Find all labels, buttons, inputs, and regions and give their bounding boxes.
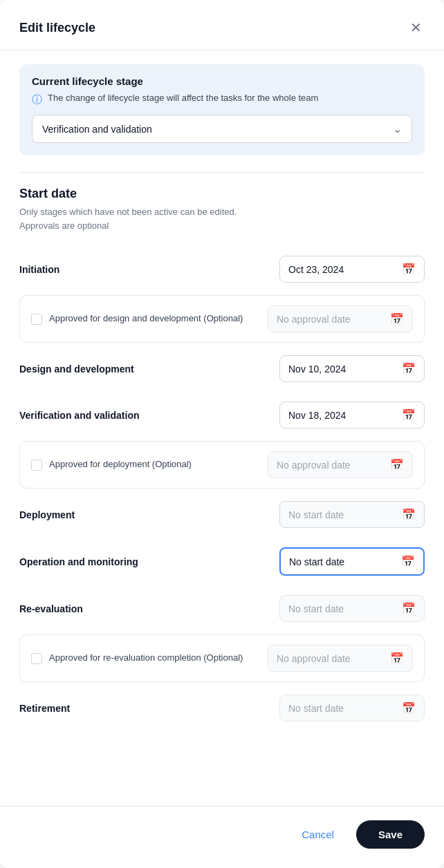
calendar-icon: 📅 (402, 362, 416, 375)
approval-row-reevaluation: Approved for re-evaluation completion (O… (19, 634, 425, 682)
stage-row-verification-validation: Verification and validation Nov 18, 2024… (19, 392, 425, 438)
calendar-icon: 📅 (390, 312, 404, 326)
approval-left-design: Approved for design and development (Opt… (31, 312, 257, 325)
date-input-deployment[interactable]: No start date 📅 (279, 501, 425, 528)
approval-left-deployment: Approved for deployment (Optional) (31, 458, 257, 471)
info-text: The change of lifecycle stage will affec… (48, 93, 318, 103)
modal-body: Current lifecycle stage ⓘ The change of … (0, 50, 444, 795)
calendar-icon: 📅 (390, 458, 404, 471)
section-divider (19, 172, 425, 173)
calendar-icon: 📅 (402, 408, 416, 422)
info-row: ⓘ The change of lifecycle stage will aff… (32, 93, 412, 106)
calendar-icon: 📅 (401, 555, 415, 568)
dropdown-selected-value: Verification and validation (42, 124, 152, 135)
close-icon: ✕ (410, 19, 422, 36)
approval-label-design: Approved for design and development (Opt… (49, 312, 243, 325)
info-icon: ⓘ (32, 93, 42, 106)
date-input-initiation[interactable]: Oct 23, 2024 📅 (279, 256, 425, 283)
lifecycle-stage-dropdown[interactable]: Verification and validation ⌄ (32, 115, 412, 143)
stage-row-retirement: Retirement No start date 📅 (19, 685, 425, 731)
approval-row-deployment: Approved for deployment (Optional) No ap… (19, 441, 425, 489)
stage-row-re-evaluation: Re-evaluation No start date 📅 (19, 585, 425, 632)
modal-header: Edit lifecycle ✕ (0, 0, 444, 50)
stage-row-deployment: Deployment No start date 📅 (19, 491, 425, 538)
stage-row-design-development: Design and development Nov 10, 2024 📅 (19, 346, 425, 392)
checkbox-approved-deployment[interactable] (31, 460, 42, 471)
date-input-verification-validation[interactable]: Nov 18, 2024 📅 (279, 402, 425, 428)
checkbox-approved-reevaluation[interactable] (31, 653, 42, 664)
date-input-approved-deployment[interactable]: No approval date 📅 (268, 451, 413, 478)
stage-row-operation-monitoring: Operation and monitoring No start date 📅 (19, 538, 425, 585)
date-input-approved-design[interactable]: No approval date 📅 (268, 305, 413, 332)
stage-label-deployment: Deployment (19, 509, 268, 520)
start-date-description: Only stages which have not been active c… (19, 205, 425, 232)
calendar-icon: 📅 (402, 263, 416, 276)
stage-label-initiation: Initiation (19, 264, 268, 275)
date-input-retirement[interactable]: No start date 📅 (279, 695, 425, 721)
modal-title: Edit lifecycle (19, 21, 95, 35)
date-input-design-development[interactable]: Nov 10, 2024 📅 (279, 355, 425, 382)
stage-label-design-development: Design and development (19, 364, 268, 375)
start-date-title: Start date (19, 187, 425, 201)
approval-label-deployment: Approved for deployment (Optional) (49, 458, 192, 471)
stage-row-initiation: Initiation Oct 23, 2024 📅 (19, 246, 425, 292)
edit-lifecycle-modal: Edit lifecycle ✕ Current lifecycle stage… (0, 0, 444, 868)
modal-footer: Cancel Save (0, 806, 444, 868)
approval-row-design: Approved for design and development (Opt… (19, 295, 425, 343)
date-input-approved-reevaluation[interactable]: No approval date 📅 (268, 645, 413, 672)
lifecycle-stage-title: Current lifecycle stage (32, 75, 412, 87)
lifecycle-stage-section: Current lifecycle stage ⓘ The change of … (19, 64, 425, 155)
approval-left-reevaluation: Approved for re-evaluation completion (O… (31, 652, 257, 664)
date-input-re-evaluation[interactable]: No start date 📅 (279, 595, 425, 622)
stage-label-operation-monitoring: Operation and monitoring (19, 556, 268, 567)
approval-label-reevaluation: Approved for re-evaluation completion (O… (49, 652, 243, 664)
calendar-icon: 📅 (402, 602, 416, 615)
stage-label-re-evaluation: Re-evaluation (19, 603, 268, 614)
stage-label-retirement: Retirement (19, 703, 268, 714)
cancel-button[interactable]: Cancel (290, 822, 345, 847)
save-button[interactable]: Save (356, 820, 425, 849)
calendar-icon: 📅 (390, 652, 404, 665)
chevron-down-icon: ⌄ (393, 122, 402, 135)
calendar-icon: 📅 (402, 508, 416, 521)
checkbox-approved-design[interactable] (31, 314, 42, 325)
date-input-operation-monitoring[interactable]: No start date 📅 (279, 547, 425, 576)
calendar-icon: 📅 (402, 701, 416, 715)
close-button[interactable]: ✕ (407, 17, 425, 39)
stage-label-verification-validation: Verification and validation (19, 410, 268, 421)
